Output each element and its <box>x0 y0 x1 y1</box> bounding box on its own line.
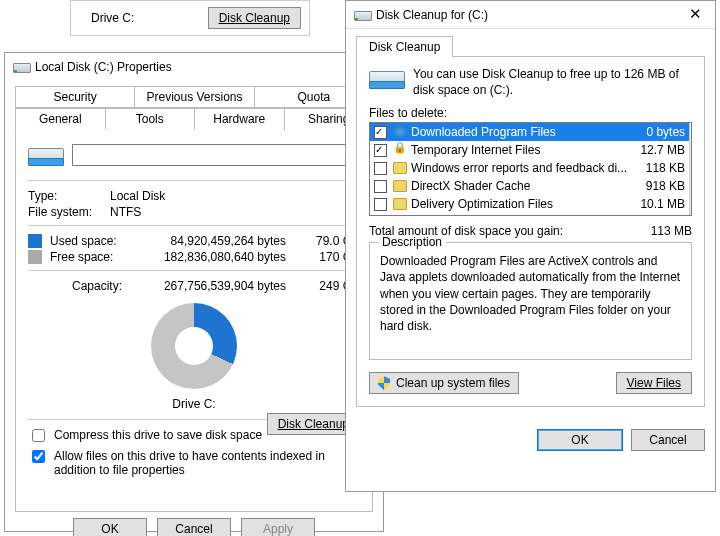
type-label: Type: <box>28 189 110 203</box>
file-row[interactable]: DirectX Shader Cache918 KB <box>370 177 689 195</box>
clean-system-files-label: Clean up system files <box>396 373 510 393</box>
file-type-icon <box>393 144 407 156</box>
total-gain-value: 113 MB <box>632 224 692 238</box>
file-checkbox[interactable] <box>374 180 387 193</box>
file-type-icon <box>393 198 407 210</box>
type-value: Local Disk <box>110 189 165 203</box>
scrollbar[interactable] <box>689 123 691 215</box>
drive-icon <box>13 61 29 73</box>
properties-window: Local Disk (C:) Properties × Security Pr… <box>4 52 384 532</box>
tab-tools[interactable]: Tools <box>105 108 196 130</box>
view-files-button[interactable]: View Files <box>616 372 692 394</box>
shield-icon <box>378 376 390 390</box>
description-group: Description Downloaded Program Files are… <box>369 242 692 360</box>
index-checkbox[interactable] <box>32 450 45 463</box>
apply-button: Apply <box>241 518 315 536</box>
file-checkbox[interactable] <box>374 198 387 211</box>
file-name: DirectX Shader Cache <box>411 179 627 193</box>
file-type-icon <box>393 126 407 138</box>
tab-hardware[interactable]: Hardware <box>194 108 285 130</box>
tab-security[interactable]: Security <box>15 86 135 108</box>
cleanup-drive-icon-large <box>369 67 403 89</box>
disk-cleanup-tabs: Disk Cleanup <box>356 35 705 57</box>
file-size: 10.1 MB <box>627 197 685 211</box>
ok-button[interactable]: OK <box>537 429 623 451</box>
file-size: 918 KB <box>627 179 685 193</box>
free-space-bytes: 182,836,080,640 bytes <box>136 250 304 264</box>
capacity-label: Capacity: <box>28 279 134 293</box>
index-label: Allow files on this drive to have conten… <box>54 449 360 477</box>
drive-icon-large <box>28 144 62 166</box>
disk-cleanup-titlebar[interactable]: Disk Cleanup for (C:) ✕ <box>346 1 715 29</box>
cleanup-drive-icon <box>354 9 370 21</box>
disk-cleanup-window: Disk Cleanup for (C:) ✕ Disk Cleanup You… <box>345 0 716 492</box>
properties-titlebar[interactable]: Local Disk (C:) Properties × <box>5 53 383 81</box>
volume-label-input[interactable] <box>72 144 360 166</box>
properties-tabs-primary: General Tools Hardware Sharing <box>15 107 373 130</box>
file-name: Delivery Optimization Files <box>411 197 627 211</box>
clean-system-files-button[interactable]: Clean up system files <box>369 372 519 394</box>
disk-cleanup-panel: You can use Disk Cleanup to free up to 1… <box>356 57 705 407</box>
files-to-delete-label: Files to delete: <box>369 106 692 120</box>
description-text: Downloaded Program Files are ActiveX con… <box>380 253 681 334</box>
tab-panel-general: Type:Local Disk File system:NTFS Used sp… <box>15 130 373 512</box>
free-space-swatch <box>28 250 42 264</box>
file-checkbox[interactable] <box>374 144 387 157</box>
cancel-button[interactable]: Cancel <box>157 518 231 536</box>
cancel-button[interactable]: Cancel <box>631 429 705 451</box>
disk-cleanup-title: Disk Cleanup for (C:) <box>376 8 488 22</box>
files-list[interactable]: Downloaded Program Files0 bytesTemporary… <box>369 122 692 216</box>
cleanup-blurb: You can use Disk Cleanup to free up to 1… <box>413 67 692 98</box>
capacity-donut-chart <box>151 303 237 389</box>
tab-general[interactable]: General <box>15 108 106 130</box>
close-button[interactable]: ✕ <box>675 1 715 29</box>
properties-tabs-secondary: Security Previous Versions Quota <box>15 85 373 107</box>
ok-button[interactable]: OK <box>73 518 147 536</box>
file-checkbox[interactable] <box>374 162 387 175</box>
description-title: Description <box>378 235 446 249</box>
properties-title: Local Disk (C:) Properties <box>35 60 172 74</box>
file-size: 0 bytes <box>627 125 685 139</box>
file-row[interactable]: Windows error reports and feedback di...… <box>370 159 689 177</box>
compress-checkbox[interactable] <box>32 429 45 442</box>
compress-label: Compress this drive to save disk space <box>54 428 262 442</box>
file-row[interactable]: Delivery Optimization Files10.1 MB <box>370 195 689 213</box>
tab-previous-versions[interactable]: Previous Versions <box>134 86 254 108</box>
properties-footer: OK Cancel Apply <box>15 518 373 536</box>
background-cleanup-fragment: Drive C: Disk Cleanup <box>70 0 310 36</box>
file-size: 12.7 MB <box>627 143 685 157</box>
file-type-icon <box>393 162 407 174</box>
free-space-label: Free space: <box>50 250 136 264</box>
tab-disk-cleanup[interactable]: Disk Cleanup <box>356 36 453 57</box>
used-space-bytes: 84,920,459,264 bytes <box>136 234 304 248</box>
fragment-drive-label: Drive C: <box>91 11 134 25</box>
fragment-disk-cleanup-button[interactable]: Disk Cleanup <box>208 7 301 29</box>
file-type-icon <box>393 180 407 192</box>
file-name: Downloaded Program Files <box>411 125 627 139</box>
filesystem-label: File system: <box>28 205 110 219</box>
file-size: 118 KB <box>627 161 685 175</box>
file-name: Windows error reports and feedback di... <box>411 161 627 175</box>
used-space-label: Used space: <box>50 234 136 248</box>
disk-cleanup-footer: OK Cancel <box>346 417 715 463</box>
donut-drive-label: Drive C: <box>28 397 360 411</box>
file-row[interactable]: Temporary Internet Files12.7 MB <box>370 141 689 159</box>
file-checkbox[interactable] <box>374 126 387 139</box>
filesystem-value: NTFS <box>110 205 141 219</box>
file-name: Temporary Internet Files <box>411 143 627 157</box>
file-row[interactable]: Downloaded Program Files0 bytes <box>370 123 689 141</box>
used-space-swatch <box>28 234 42 248</box>
capacity-bytes: 267,756,539,904 bytes <box>134 279 304 293</box>
